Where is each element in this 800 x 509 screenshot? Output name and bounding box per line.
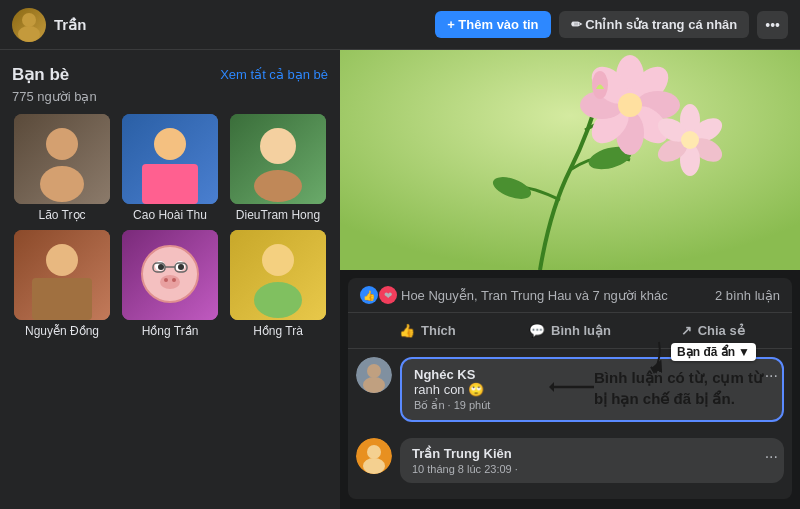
comment-item: Nghéc KS ranh con 🙄 Bố ẩn · 19 phút Bạn … [356, 357, 784, 422]
reaction-left: 👍 ❤ Hoe Nguyễn, Tran Trung Hau và 7 ngườ… [360, 286, 668, 304]
more-options-button[interactable]: ••• [757, 11, 788, 39]
add-story-button[interactable]: + Thêm vào tin [435, 11, 550, 38]
friend-item[interactable]: Hồng Trần [120, 230, 220, 338]
svg-point-20 [178, 264, 184, 270]
commenter-avatar [356, 357, 392, 393]
friend-avatar [14, 230, 110, 320]
svg-point-57 [363, 458, 385, 474]
friend-avatar [122, 114, 218, 204]
post-reactions: 👍 ❤ Hoe Nguyễn, Tran Trung Hau và 7 ngườ… [348, 278, 792, 313]
friend-name: Lão Trọc [38, 208, 85, 222]
flower-image [340, 50, 800, 270]
svg-point-6 [154, 128, 186, 160]
heart-icon: ❤ [379, 286, 397, 304]
svg-rect-7 [142, 164, 198, 204]
svg-point-19 [158, 264, 164, 270]
svg-point-29 [254, 282, 302, 318]
svg-point-53 [363, 377, 385, 393]
friend-name: DieuTram Hong [236, 208, 320, 222]
friend-name: Cao Hoài Thu [133, 208, 207, 222]
annotation-arrow [634, 337, 664, 377]
svg-point-23 [172, 278, 176, 282]
svg-point-42 [618, 93, 642, 117]
friend-item[interactable]: Hồng Trà [228, 230, 328, 338]
svg-point-12 [46, 244, 78, 276]
friend-item[interactable]: Lão Trọc [12, 114, 112, 222]
post-card: 👍 ❤ Hoe Nguyễn, Tran Trung Hau và 7 ngườ… [348, 278, 792, 499]
svg-point-56 [367, 445, 381, 459]
svg-point-49 [681, 131, 699, 149]
reactions-text: Hoe Nguyễn, Tran Trung Hau và 7 người kh… [401, 288, 668, 303]
friends-title: Bạn bè [12, 64, 69, 85]
friend-item[interactable]: Nguyễn Đồng [12, 230, 112, 338]
friends-count: 775 người bạn [12, 89, 328, 104]
comment-time: Bố ẩn · 19 phút [414, 399, 770, 412]
comment-item: Trần Trung Kiên 10 tháng 8 lúc 23:09 · ·… [356, 438, 784, 483]
avatar[interactable] [12, 8, 46, 42]
friends-grid: Lão Trọc Cao Hoài Thu [12, 114, 328, 339]
dropdown-icon: ▼ [738, 345, 750, 359]
friend-name: Hồng Trần [142, 324, 199, 338]
svg-point-22 [164, 278, 168, 282]
friend-avatar [230, 230, 326, 320]
comment-bubble-2: Trần Trung Kiên 10 tháng 8 lúc 23:09 · [400, 438, 784, 483]
like-icon: 👍 [399, 323, 415, 338]
like-button[interactable]: 👍 Thích [356, 315, 499, 346]
main-layout: Bạn bè Xem tất cả bạn bè 775 người bạn L… [0, 50, 800, 509]
svg-point-28 [262, 244, 294, 276]
cover-photo [340, 50, 800, 270]
friend-item[interactable]: DieuTram Hong [228, 114, 328, 222]
svg-point-4 [40, 166, 84, 202]
comment-more-button-2[interactable]: ··· [759, 446, 784, 468]
reaction-icons: 👍 ❤ [360, 286, 397, 304]
comment-label: Bình luận [551, 323, 611, 338]
svg-point-10 [254, 170, 302, 202]
friend-name: Hồng Trà [253, 324, 303, 338]
see-all-friends-link[interactable]: Xem tất cả bạn bè [220, 67, 328, 82]
friend-avatar [14, 114, 110, 204]
hidden-badge-text: Bạn đã ẩn [677, 345, 735, 359]
comment-icon: 💬 [529, 323, 545, 338]
nav-username: Trần [54, 16, 86, 34]
comment-author: Nghéc KS [414, 367, 770, 382]
svg-rect-30 [340, 50, 800, 270]
svg-point-9 [260, 128, 296, 164]
friend-avatar [122, 230, 218, 320]
friend-name: Nguyễn Đồng [25, 324, 99, 338]
like-label: Thích [421, 323, 456, 338]
svg-point-3 [46, 128, 78, 160]
commenter-avatar-2 [356, 438, 392, 474]
like-icon: 👍 [360, 286, 378, 304]
comment-bubble: Nghéc KS ranh con 🙄 Bố ẩn · 19 phút [400, 357, 784, 422]
comment-count: 2 bình luận [715, 288, 780, 303]
hidden-badge: Bạn đã ẩn ▼ [671, 343, 756, 361]
edit-profile-button[interactable]: ✏ Chỉnh sửa trang cá nhân [559, 11, 750, 38]
share-icon: ↗ [681, 323, 692, 338]
svg-point-0 [22, 13, 36, 27]
friends-header: Bạn bè Xem tất cả bạn bè [12, 64, 328, 85]
comment-author-2: Trần Trung Kiên [412, 446, 772, 461]
friend-avatar [230, 114, 326, 204]
top-navigation: Trần + Thêm vào tin ✏ Chỉnh sửa trang cá… [0, 0, 800, 50]
comment-text: ranh con 🙄 [414, 382, 770, 397]
comment-button[interactable]: 💬 Bình luận [499, 315, 642, 346]
svg-rect-13 [32, 278, 92, 320]
comments-section: Nghéc KS ranh con 🙄 Bố ẩn · 19 phút Bạn … [348, 349, 792, 499]
svg-point-1 [18, 26, 40, 42]
svg-point-21 [160, 275, 180, 289]
friend-item[interactable]: Cao Hoài Thu [120, 114, 220, 222]
comment-more-button[interactable]: ··· [759, 365, 784, 387]
nav-actions: + Thêm vào tin ✏ Chỉnh sửa trang cá nhân… [435, 11, 788, 39]
right-content: 👍 ❤ Hoe Nguyễn, Tran Trung Hau và 7 ngườ… [340, 50, 800, 509]
svg-point-52 [367, 364, 381, 378]
comment-time-2: 10 tháng 8 lúc 23:09 · [412, 463, 772, 475]
nav-left: Trần [12, 8, 86, 42]
share-label: Chia sẻ [698, 323, 745, 338]
left-sidebar: Bạn bè Xem tất cả bạn bè 775 người bạn L… [0, 50, 340, 509]
